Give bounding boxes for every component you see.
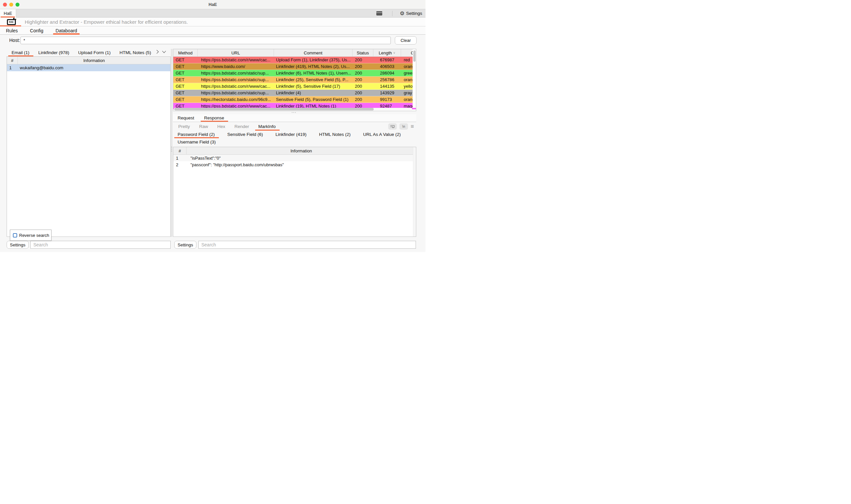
horizontal-scrollbar-track	[174, 108, 412, 110]
view-tab[interactable]: Pretty	[178, 122, 190, 131]
host-input[interactable]	[20, 37, 391, 44]
splitter-grip-icon	[171, 147, 172, 151]
result-tab[interactable]: Email (1)	[12, 49, 29, 56]
table-row[interactable]: GET https://www.baidu.com/ Linkfinder (4…	[173, 63, 416, 70]
column-header-information[interactable]: Information	[187, 147, 416, 155]
view-tab[interactable]: Raw	[199, 122, 208, 131]
markinfo-tabs: Password Field (2)Sensitive Field (6)Lin…	[173, 131, 416, 146]
right-search-input[interactable]	[198, 241, 416, 249]
layout-panel-icon[interactable]	[376, 11, 382, 16]
cell-length: 144135	[374, 84, 401, 89]
cell-url: https://pss.bdstatic.com/static/sup...	[198, 90, 274, 95]
left-search-input[interactable]	[30, 241, 171, 249]
table-row[interactable]: GET https://hectorstatic.baidu.com/96c9.…	[173, 96, 416, 103]
table-row[interactable]: GET https://pss.bdstatic.com/static/sup.…	[173, 70, 416, 76]
vertical-scrollbar-thumb[interactable]	[413, 51, 416, 62]
cell-url: https://hectorstatic.baidu.com/96c9...	[198, 97, 274, 102]
markinfo-tab[interactable]: URL As A Value (2)	[363, 131, 401, 138]
markinfo-tab[interactable]: HTML Notes (2)	[319, 131, 351, 138]
nav-tab[interactable]: Rules	[6, 27, 18, 35]
right-table-body: GET https://pss.bdstatic.com/r/www/cac..…	[173, 57, 416, 109]
nav-tabs: RulesConfigDataboard	[0, 27, 426, 35]
view-tab[interactable]: Hex	[217, 122, 225, 131]
column-header-comment[interactable]: Comment	[274, 49, 352, 56]
info-table-header: # Information	[173, 147, 416, 155]
result-tab[interactable]: HTML Notes (5)	[120, 49, 151, 56]
newline-icon[interactable]: \n	[399, 123, 408, 130]
cell-information: "isPassText":"0"	[187, 156, 416, 161]
left-result-tabs: Email (1)Linkfinder (978)Upload Form (1)…	[6, 49, 171, 56]
cell-status: 200	[352, 77, 374, 82]
cell-method: GET	[173, 57, 198, 62]
settings-label: Settings	[406, 11, 422, 16]
sort-chevron-icon: ∨	[393, 51, 396, 54]
result-tab[interactable]: Upload Form (1)	[78, 49, 110, 56]
table-row[interactable]: 1 wukaifang@baidu.com	[7, 64, 170, 71]
toolbar-divider	[392, 11, 393, 16]
cell-method: GET	[173, 64, 198, 69]
table-row[interactable]: GET https://pss.bdstatic.com/r/www/cac..…	[173, 83, 416, 90]
settings-button[interactable]: ⚙ Settings	[400, 11, 422, 16]
column-header-length[interactable]: Length ∨	[374, 49, 401, 56]
column-header-index[interactable]: #	[7, 57, 18, 64]
cell-status: 200	[352, 57, 374, 62]
reverse-search-checkbox[interactable]	[13, 233, 17, 237]
cell-information: wukaifang@baidu.com	[18, 65, 170, 70]
markinfo-tab[interactable]: Sensitive Field (6)	[227, 131, 263, 138]
window-title: HaE	[0, 0, 426, 9]
request-table: Method URL Comment Status Length ∨ Color…	[173, 49, 416, 111]
markinfo-tab[interactable]: Password Field (2)	[178, 131, 215, 138]
horizontal-scrollbar-thumb[interactable]	[174, 108, 374, 110]
column-header-information[interactable]: Information	[18, 57, 170, 64]
view-tab[interactable]: MarkInfo	[259, 122, 276, 131]
markinfo-tab[interactable]: Username Field (3)	[178, 138, 216, 146]
cell-comment: Linkfinder (419), HTML Notes (2), Us...	[274, 64, 352, 69]
hae-logo: HAE	[7, 19, 16, 25]
view-tab[interactable]: Render	[235, 122, 249, 131]
table-row[interactable]: 2 "passconf": "http://passport.baidu.com…	[173, 161, 416, 168]
table-row[interactable]: GET https://pss.bdstatic.com/static/sup.…	[173, 90, 416, 96]
banner-row: HAE Highlighter and Extractor - Empower …	[0, 18, 426, 26]
cell-url: https://pss.bdstatic.com/static/sup...	[198, 77, 274, 82]
editor-menu-icon[interactable]: ≡	[411, 124, 414, 129]
table-row[interactable]: GET https://pss.bdstatic.com/static/sup.…	[173, 76, 416, 83]
reverse-search-label: Reverse search	[19, 233, 49, 238]
right-table-header: Method URL Comment Status Length ∨ Color	[173, 49, 416, 57]
active-tab-underline	[1, 17, 15, 17]
request-response-tab[interactable]: Request	[178, 114, 194, 122]
column-header-status[interactable]: Status	[352, 49, 374, 56]
editor-toolbar: \n ≡	[388, 123, 414, 130]
cell-url: https://pss.bdstatic.com/r/www/cac...	[198, 84, 274, 89]
reverse-search-popup: Reverse search	[10, 230, 52, 241]
word-wrap-icon[interactable]	[388, 123, 397, 130]
column-header-index[interactable]: #	[173, 147, 187, 155]
cell-method: GET	[173, 90, 198, 95]
right-settings-button[interactable]: Settings	[174, 241, 196, 249]
cell-comment: Linkfinder (25), Sensitive Field (5), P.…	[274, 77, 352, 82]
cell-length: 256786	[374, 77, 401, 82]
cell-information: "passconf": "http://passport.baidu.com/u…	[187, 162, 416, 167]
left-settings-button[interactable]: Settings	[6, 241, 29, 249]
cell-method: GET	[173, 84, 198, 89]
vertical-splitter[interactable]	[171, 49, 172, 237]
vertical-scrollbar-track	[413, 49, 416, 108]
left-table-body: 1 wukaifang@baidu.com	[7, 64, 170, 71]
cell-length: 286094	[374, 71, 401, 75]
nav-tab[interactable]: Config	[30, 27, 43, 35]
cell-length: 143929	[374, 90, 401, 95]
cell-status: 200	[352, 71, 374, 75]
nav-tab[interactable]: Databoard	[55, 27, 77, 35]
cell-length: 676987	[374, 57, 401, 62]
horizontal-splitter-grip[interactable]	[292, 112, 296, 113]
extension-tabstrip: HaE ⚙ Settings	[0, 9, 426, 17]
tab-hae[interactable]: HaE	[0, 9, 16, 17]
column-header-url[interactable]: URL	[198, 49, 274, 56]
result-tab[interactable]: Linkfinder (978)	[38, 49, 69, 56]
clear-button[interactable]: Clear	[395, 36, 417, 44]
table-row[interactable]: GET https://pss.bdstatic.com/r/www/cac..…	[173, 57, 416, 63]
request-response-tab[interactable]: Response	[204, 114, 224, 122]
markinfo-tab[interactable]: Linkfinder (419)	[276, 131, 307, 138]
info-scrollbar-track	[413, 147, 416, 236]
table-row[interactable]: 1 "isPassText":"0"	[173, 155, 416, 161]
column-header-method[interactable]: Method	[173, 49, 198, 56]
